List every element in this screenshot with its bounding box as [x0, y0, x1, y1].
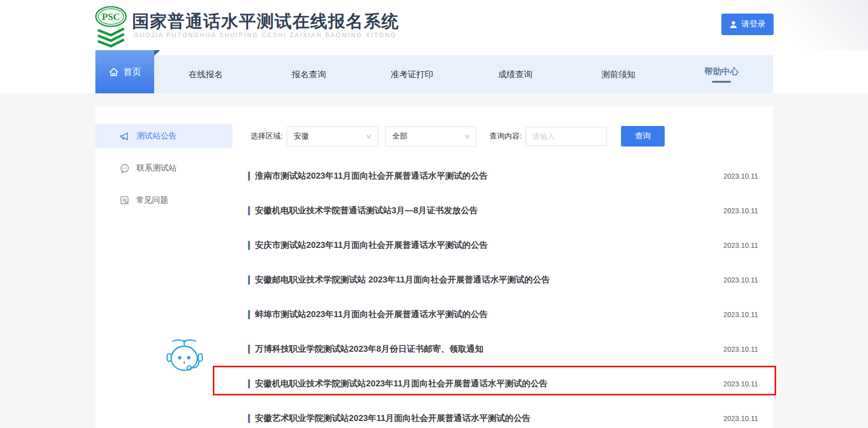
- row-marker: [248, 379, 250, 388]
- row-marker: [248, 345, 250, 354]
- announcement-row[interactable]: 安徽邮电职业技术学院测试站 2023年11月面向社会开展普通话水平测试的公告 2…: [232, 262, 773, 297]
- sidebar-item-label: 测试站公告: [137, 131, 177, 141]
- region-select-value: 安徽: [294, 131, 309, 141]
- sidebar-item-label: 联系测试站: [137, 163, 177, 174]
- tab-pretest-notice[interactable]: 测前须知: [567, 55, 670, 93]
- announcement-date: 2023.10.11: [723, 172, 758, 180]
- announcement-row-highlighted[interactable]: 安徽机电职业技术学院测试站2023年11月面向社会开展普通话水平测试的公告 20…: [232, 366, 773, 401]
- row-marker: [248, 241, 250, 250]
- region-select[interactable]: 安徽 ∨: [287, 126, 378, 147]
- tab-home[interactable]: 首页: [95, 50, 154, 93]
- category-select-value: 全部: [392, 131, 407, 141]
- announcement-row[interactable]: 万博科技职业学院测试站2023年8月份日证书邮寄、领取通知 2023.10.11: [232, 332, 773, 366]
- keyword-label: 查询内容:: [489, 131, 522, 141]
- tab-label: 测前须知: [601, 69, 636, 80]
- announcement-row[interactable]: 蚌埠市测试站2023年11月面向社会开展普通话水平测试的公告 2023.10.1…: [232, 297, 773, 332]
- logo-text: PSC: [102, 12, 120, 22]
- tab-label: 首页: [123, 66, 142, 78]
- announcement-title: 安庆市测试站2023年11月面向社会开展普通话水平测试的公告: [255, 239, 488, 251]
- search-button[interactable]: 查询: [621, 126, 665, 147]
- header: PSC 国家普通话水平测试在线报名系统 GUOJIA PUTONGHUA SHU…: [0, 0, 868, 55]
- sidebar: 测试站公告 联系测试站 常见问题: [95, 124, 232, 220]
- megaphone-icon: [119, 131, 130, 141]
- announcement-title: 安徽机电职业技术学院普通话测试站3月—8月证书发放公告: [255, 205, 478, 216]
- filter-bar: 选择区域: 安徽 ∨ 全部 ∨ 查询内容: 查询: [232, 126, 665, 147]
- row-marker: [248, 275, 250, 284]
- page: PSC 国家普通话水平测试在线报名系统 GUOJIA PUTONGHUA SHU…: [0, 0, 868, 428]
- tab-label: 准考证打印: [391, 69, 433, 80]
- announcement-list: 淮南市测试站2023年11月面向社会开展普通话水平测试的公告 2023.10.1…: [232, 159, 773, 428]
- chevron-down-icon: ∨: [365, 132, 372, 140]
- user-icon: [729, 21, 737, 29]
- row-marker: [248, 206, 250, 215]
- tab-online-registration[interactable]: 在线报名: [154, 55, 258, 93]
- content-card: 测试站公告 联系测试站 常见问题: [95, 106, 773, 428]
- site-title: 国家普通话水平测试在线报名系统: [132, 10, 400, 33]
- announcement-title: 安徽机电职业技术学院测试站2023年11月面向社会开展普通话水平测试的公告: [255, 378, 548, 389]
- home-icon: [108, 67, 119, 77]
- tab-registration-query[interactable]: 报名查询: [258, 55, 361, 93]
- tab-admission-ticket-print[interactable]: 准考证打印: [360, 55, 464, 93]
- announcement-row[interactable]: 安徽艺术职业学院测试站2023年11月面向社会开展普通话水平测试的公告 2023…: [232, 401, 773, 428]
- announcement-title: 蚌埠市测试站2023年11月面向社会开展普通话水平测试的公告: [255, 309, 488, 320]
- login-button[interactable]: 请登录: [721, 14, 774, 35]
- region-label: 选择区域:: [251, 131, 283, 141]
- announcement-row[interactable]: 淮南市测试站2023年11月面向社会开展普通话水平测试的公告 2023.10.1…: [232, 159, 773, 193]
- announcement-title: 安徽艺术职业学院测试站2023年11月面向社会开展普通话水平测试的公告: [255, 412, 531, 424]
- announcement-date: 2023.10.11: [723, 345, 758, 353]
- tab-label: 在线报名: [189, 69, 223, 80]
- announcement-date: 2023.10.11: [723, 241, 758, 249]
- category-select[interactable]: 全部 ∨: [385, 126, 476, 147]
- tab-help-center[interactable]: 帮助中心: [670, 55, 774, 93]
- main-navigation: 首页 在线报名 报名查询 准考证打印 成绩查询 测前须知 帮助中心: [95, 55, 773, 93]
- tab-fold-decoration: [154, 50, 160, 56]
- announcement-title: 安徽邮电职业技术学院测试站 2023年11月面向社会开展普通话水平测试的公告: [255, 274, 550, 286]
- announcement-date: 2023.10.11: [723, 276, 758, 284]
- sidebar-item-announcements[interactable]: 测试站公告: [95, 124, 232, 148]
- announcement-title: 万博科技职业学院测试站2023年8月份日证书邮寄、领取通知: [255, 343, 483, 355]
- tab-score-query[interactable]: 成绩查询: [464, 55, 567, 93]
- row-marker: [248, 414, 250, 423]
- psc-logo-icon: PSC: [94, 6, 128, 53]
- robot-mascot-icon: [166, 337, 204, 378]
- chat-bubble-icon: [119, 163, 130, 174]
- sidebar-item-contact[interactable]: 联系测试站: [95, 156, 232, 180]
- sidebar-item-label: 常见问题: [136, 195, 168, 206]
- announcement-row[interactable]: 安徽机电职业技术学院普通话测试站3月—8月证书发放公告 2023.10.11: [232, 193, 773, 228]
- tab-active-underline: [712, 81, 731, 83]
- tab-label: 成绩查询: [498, 69, 532, 80]
- tab-label: 报名查询: [292, 69, 326, 80]
- announcement-title: 淮南市测试站2023年11月面向社会开展普通话水平测试的公告: [255, 170, 488, 182]
- announcement-row[interactable]: 安庆市测试站2023年11月面向社会开展普通话水平测试的公告 2023.10.1…: [232, 228, 773, 262]
- announcement-date: 2023.10.11: [723, 414, 758, 422]
- site-subtitle: GUOJIA PUTONGHUA SHUIPING CESHI ZAIXIAN …: [134, 32, 397, 39]
- login-button-label: 请登录: [741, 19, 766, 30]
- announcement-date: 2023.10.11: [723, 311, 758, 319]
- row-marker: [248, 172, 250, 181]
- sidebar-item-faq[interactable]: 常见问题: [95, 188, 232, 212]
- announcement-date: 2023.10.11: [723, 380, 758, 388]
- row-marker: [248, 310, 250, 319]
- keyword-input[interactable]: [526, 127, 607, 146]
- chevron-down-icon: ∨: [463, 132, 470, 140]
- tab-label: 帮助中心: [704, 66, 738, 77]
- announcement-date: 2023.10.11: [723, 207, 758, 215]
- faq-document-icon: [119, 195, 130, 205]
